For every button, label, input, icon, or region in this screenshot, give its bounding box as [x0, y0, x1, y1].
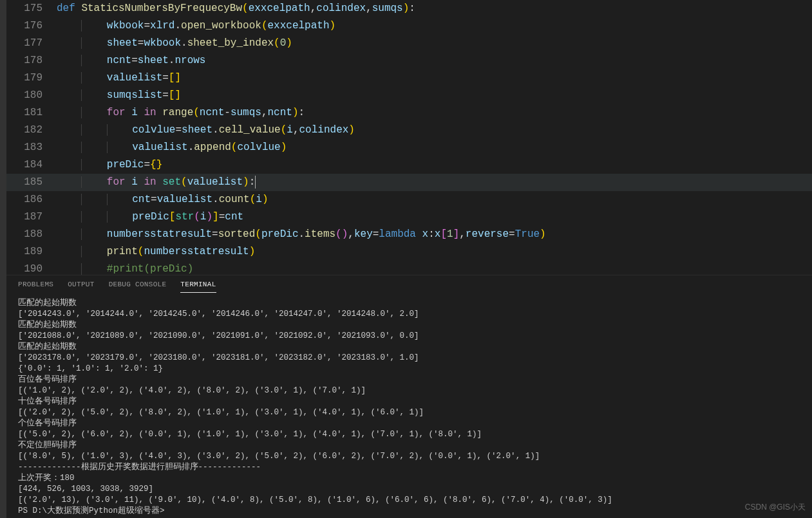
code-line[interactable]: 178 ncnt=sheet.nrows — [6, 52, 812, 69]
line-number: 185 — [6, 174, 57, 191]
code-content: cnt=valuelist.count(i) — [57, 191, 269, 208]
terminal-line: 匹配的起始期数 — [18, 320, 800, 331]
code-content: sumqslist=[] — [57, 87, 181, 104]
code-content: for i in range(ncnt-sumqs,ncnt): — [57, 104, 305, 122]
watermark: CSDN @GIS小天 — [745, 502, 806, 513]
terminal-line: 匹配的起始期数 — [18, 342, 800, 353]
panel-tab-output[interactable]: OUTPUT — [68, 281, 94, 293]
terminal-line: 百位各号码排序 — [18, 375, 800, 385]
terminal-line: {'0.0': 1, '1.0': 1, '2.0': 1} — [18, 364, 800, 375]
code-line[interactable]: 180 sumqslist=[] — [6, 87, 812, 104]
main-area: 175def StaticsNumbersByFrequecyBw(exxcel… — [6, 0, 812, 518]
line-number: 187 — [6, 208, 57, 226]
text-cursor — [255, 176, 256, 189]
line-number: 178 — [6, 52, 57, 69]
panel-tab-debug-console[interactable]: DEBUG CONSOLE — [109, 281, 167, 293]
terminal-line: 十位各号码排序 — [18, 396, 800, 407]
terminal-line: [('1.0', 2), ('2.0', 2), ('4.0', 2), ('8… — [18, 385, 800, 396]
code-line[interactable]: 182 colvlue=sheet.cell_value(i,colindex) — [6, 122, 812, 139]
line-number: 189 — [6, 243, 57, 261]
code-line[interactable]: 187 preDic[str(i)]=cnt — [6, 208, 812, 226]
panel-tab-problems[interactable]: PROBLEMS — [18, 281, 53, 293]
line-number: 177 — [6, 35, 57, 52]
code-line[interactable]: 190 #print(preDic) — [6, 261, 812, 275]
code-content: ncnt=sheet.nrows — [57, 52, 205, 69]
line-number: 175 — [6, 0, 57, 17]
code-line[interactable]: 181 for i in range(ncnt-sumqs,ncnt): — [6, 104, 812, 122]
code-content: numbersstatresult=sorted(preDic.items(),… — [57, 226, 546, 243]
terminal-line: [424, 526, 1003, 3038, 3929] — [18, 484, 800, 495]
code-editor[interactable]: 175def StaticsNumbersByFrequecyBw(exxcel… — [6, 0, 812, 275]
code-content: for i in set(valuelist): — [57, 174, 256, 191]
panel-tabs: PROBLEMSOUTPUTDEBUG CONSOLETERMINAL — [6, 275, 812, 293]
terminal-line: [('2.0', 13), ('3.0', 11), ('9.0', 10), … — [18, 495, 800, 506]
code-content: preDic={} — [57, 156, 162, 174]
line-number: 188 — [6, 226, 57, 243]
code-line[interactable]: 177 sheet=wkbook.sheet_by_index(0) — [6, 35, 812, 52]
terminal-line: 个位各号码排序 — [18, 418, 800, 429]
code-line[interactable]: 183 valuelist.append(colvlue) — [6, 139, 812, 156]
terminal-line: -------------根据历史开奖数据进行胆码排序------------- — [18, 462, 800, 473]
terminal-line: 上次开奖：180 — [18, 473, 800, 484]
terminal-line: ['2023178.0', '2023179.0', '2023180.0', … — [18, 353, 800, 364]
terminal-line: PS D:\大数据预测Python超级缩号器> — [18, 506, 800, 517]
code-line[interactable]: 176 wkbook=xlrd.open_workbook(exxcelpath… — [6, 17, 812, 35]
code-content: colvlue=sheet.cell_value(i,colindex) — [57, 122, 355, 139]
code-content: print(numbersstatresult) — [57, 243, 255, 261]
line-number: 181 — [6, 104, 57, 122]
code-line[interactable]: 189 print(numbersstatresult) — [6, 243, 812, 261]
bottom-panel: PROBLEMSOUTPUTDEBUG CONSOLETERMINAL 匹配的起… — [6, 275, 812, 518]
line-number: 190 — [6, 261, 57, 275]
panel-tab-terminal[interactable]: TERMINAL — [180, 281, 216, 293]
code-content: wkbook=xlrd.open_workbook(exxcelpath) — [57, 17, 335, 35]
activity-bar[interactable] — [0, 0, 6, 518]
code-line[interactable]: 188 numbersstatresult=sorted(preDic.item… — [6, 226, 812, 243]
line-number: 180 — [6, 87, 57, 104]
terminal-line: ['2021088.0', '2021089.0', '2021090.0', … — [18, 331, 800, 342]
terminal-line: 不定位胆码排序 — [18, 440, 800, 451]
terminal-line: ['2014243.0', '2014244.0', '2014245.0', … — [18, 309, 800, 320]
line-number: 186 — [6, 191, 57, 208]
code-content: #print(preDic) — [57, 261, 193, 275]
line-number: 179 — [6, 69, 57, 87]
code-line[interactable]: 179 valuelist=[] — [6, 69, 812, 87]
code-line[interactable]: 185 for i in set(valuelist): — [6, 174, 812, 191]
code-content: valuelist=[] — [57, 69, 181, 87]
code-content: valuelist.append(colvlue) — [57, 139, 287, 156]
code-content: sheet=wkbook.sheet_by_index(0) — [57, 35, 292, 52]
line-number: 183 — [6, 139, 57, 156]
code-line[interactable]: 186 cnt=valuelist.count(i) — [6, 191, 812, 208]
line-number: 182 — [6, 122, 57, 139]
line-number: 176 — [6, 17, 57, 35]
code-content: def StaticsNumbersByFrequecyBw(exxcelpat… — [57, 0, 415, 17]
line-number: 184 — [6, 156, 57, 174]
code-line[interactable]: 175def StaticsNumbersByFrequecyBw(exxcel… — [6, 0, 812, 17]
terminal-line: [('8.0', 5), ('1.0', 3), ('4.0', 3), ('3… — [18, 451, 800, 462]
terminal-line: 匹配的起始期数 — [18, 298, 800, 309]
terminal-line: [('2.0', 2), ('5.0', 2), ('8.0', 2), ('1… — [18, 407, 800, 418]
terminal-output[interactable]: 匹配的起始期数['2014243.0', '2014244.0', '20142… — [6, 293, 812, 518]
code-content: preDic[str(i)]=cnt — [57, 208, 243, 226]
terminal-line: [('5.0', 2), ('6.0', 2), ('0.0', 1), ('1… — [18, 429, 800, 440]
code-line[interactable]: 184 preDic={} — [6, 156, 812, 174]
